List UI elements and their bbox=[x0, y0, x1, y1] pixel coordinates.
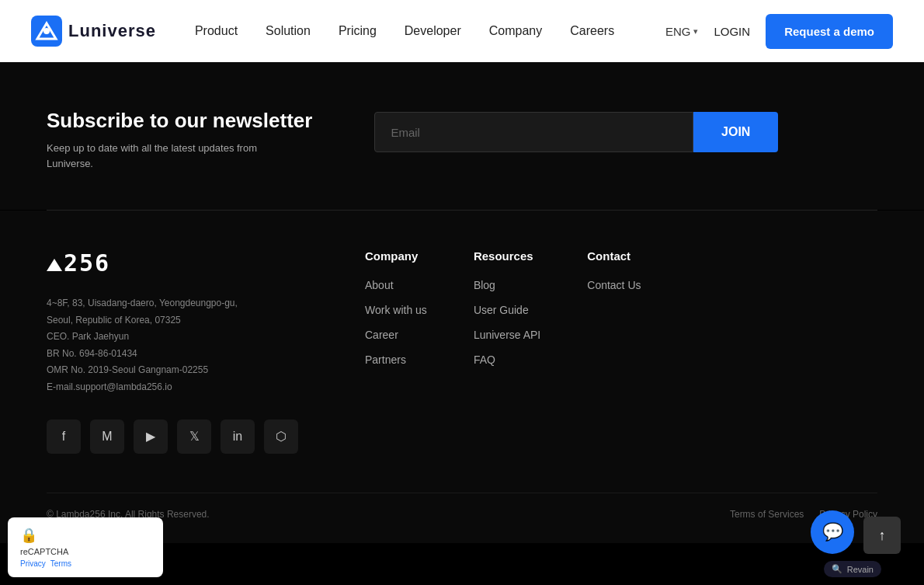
company-col-heading: Company bbox=[365, 249, 427, 263]
cookie-banner: 🔒 reCAPTCHA Privacy Terms bbox=[8, 517, 163, 577]
work-with-us-link[interactable]: Work with us bbox=[365, 304, 427, 316]
nav-developer[interactable]: Developer bbox=[405, 24, 461, 38]
list-item: Blog bbox=[474, 278, 540, 292]
a256-logo-text: 256 bbox=[47, 249, 318, 277]
list-item: Work with us bbox=[365, 303, 427, 317]
newsletter-text: Subscribe to our newsletter Keep up to d… bbox=[47, 109, 312, 171]
footer-address: 4~8F, 83, Uisadang-daero, Yeongdeungpo-g… bbox=[47, 295, 318, 396]
navbar: Luniverse Product Solution Pricing Devel… bbox=[0, 0, 924, 62]
list-item: FAQ bbox=[474, 353, 540, 367]
cookie-text: reCAPTCHA bbox=[20, 547, 151, 556]
address-line-2: Seoul, Republic of Korea, 07325 bbox=[47, 312, 318, 329]
join-button[interactable]: JOIN bbox=[693, 112, 778, 152]
chat-icon: 💬 bbox=[822, 522, 843, 542]
resources-col-list: Blog User Guide Luniverse API FAQ bbox=[474, 278, 540, 367]
address-line-5: OMR No. 2019-Seoul Gangnam-02255 bbox=[47, 362, 318, 379]
discord-icon[interactable]: ⬡ bbox=[264, 420, 298, 454]
social-icons: f M ▶ 𝕏 in ⬡ bbox=[47, 420, 318, 454]
newsletter-subtext: Keep up to date with all the latest upda… bbox=[47, 141, 280, 171]
email-input[interactable] bbox=[374, 112, 693, 152]
chevron-down-icon: ▾ bbox=[693, 26, 698, 37]
nav-company[interactable]: Company bbox=[489, 24, 542, 38]
chevron-up-icon: ↑ bbox=[879, 528, 886, 544]
privacy-policy-link[interactable]: Privacy bbox=[20, 559, 46, 568]
address-line-1: 4~8F, 83, Uisadang-daero, Yeongdeungpo-g… bbox=[47, 295, 318, 312]
contact-us-link[interactable]: Contact Us bbox=[587, 279, 641, 291]
chat-widget[interactable]: 💬 bbox=[811, 510, 854, 554]
medium-icon[interactable]: M bbox=[90, 420, 124, 454]
footer-columns: Company About Work with us Career Partne… bbox=[365, 249, 877, 454]
linkedin-icon[interactable]: in bbox=[221, 420, 255, 454]
nav-careers[interactable]: Careers bbox=[570, 24, 614, 38]
footer-col-company: Company About Work with us Career Partne… bbox=[365, 249, 427, 454]
blog-link[interactable]: Blog bbox=[474, 279, 495, 291]
youtube-icon[interactable]: ▶ bbox=[134, 420, 168, 454]
cookie-links: Privacy Terms bbox=[20, 559, 151, 568]
list-item: Luniverse API bbox=[474, 328, 540, 342]
back-to-top-button[interactable]: ↑ bbox=[863, 517, 901, 554]
revain-icon: 🔍 bbox=[832, 564, 842, 574]
about-link[interactable]: About bbox=[365, 279, 394, 291]
nav-pricing[interactable]: Pricing bbox=[339, 24, 377, 38]
logo[interactable]: Luniverse bbox=[31, 16, 156, 47]
newsletter-heading: Subscribe to our newsletter bbox=[47, 109, 312, 133]
list-item: Contact Us bbox=[587, 278, 641, 292]
revain-label: Revain bbox=[847, 565, 874, 574]
footer-col-contact: Contact Contact Us bbox=[587, 249, 641, 454]
nav-product[interactable]: Product bbox=[195, 24, 238, 38]
nav-solution[interactable]: Solution bbox=[266, 24, 311, 38]
newsletter-section: Subscribe to our newsletter Keep up to d… bbox=[0, 62, 924, 210]
list-item: User Guide bbox=[474, 303, 540, 317]
footer-top: 256 4~8F, 83, Uisadang-daero, Yeongdeung… bbox=[47, 249, 877, 454]
address-line-3: CEO. Park Jaehyun bbox=[47, 329, 318, 346]
footer-legal: Terms of Services Privacy Policy bbox=[730, 509, 877, 520]
list-item: About bbox=[365, 278, 427, 292]
faq-link[interactable]: FAQ bbox=[474, 353, 495, 366]
terms-of-service-link[interactable]: Terms bbox=[50, 559, 71, 568]
recaptcha-icon: 🔒 bbox=[20, 527, 151, 544]
address-line-4: BR No. 694-86-01434 bbox=[47, 346, 318, 363]
contact-col-heading: Contact bbox=[587, 249, 641, 263]
career-link[interactable]: Career bbox=[365, 329, 398, 341]
login-button[interactable]: LOGIN bbox=[714, 25, 750, 38]
logo-text: Luniverse bbox=[68, 21, 156, 41]
twitter-icon[interactable]: 𝕏 bbox=[177, 420, 211, 454]
footer: 256 4~8F, 83, Uisadang-daero, Yeongdeung… bbox=[0, 211, 924, 543]
nav-right: ENG ▾ LOGIN Request a demo bbox=[665, 14, 893, 49]
footer-logo: 256 bbox=[47, 249, 318, 277]
terms-link[interactable]: Terms of Services bbox=[730, 509, 804, 520]
luniverse-api-link[interactable]: Luniverse API bbox=[474, 329, 540, 341]
revain-badge: 🔍 Revain bbox=[824, 561, 881, 577]
svg-point-1 bbox=[43, 28, 50, 34]
address-line-6: E-mail.support@lambda256.io bbox=[47, 379, 318, 396]
partners-link[interactable]: Partners bbox=[365, 353, 406, 366]
language-selector[interactable]: ENG ▾ bbox=[665, 25, 699, 38]
footer-brand: 256 4~8F, 83, Uisadang-daero, Yeongdeung… bbox=[47, 249, 318, 454]
triangle-icon bbox=[47, 259, 62, 271]
contact-col-list: Contact Us bbox=[587, 278, 641, 292]
company-col-list: About Work with us Career Partners bbox=[365, 278, 427, 367]
footer-col-resources: Resources Blog User Guide Luniverse API … bbox=[474, 249, 540, 454]
lang-label: ENG bbox=[665, 25, 691, 38]
demo-button[interactable]: Request a demo bbox=[766, 14, 893, 49]
resources-col-heading: Resources bbox=[474, 249, 540, 263]
footer-bottom: © Lambda256 Inc, All Rights Reserved. Te… bbox=[47, 493, 877, 520]
nav-links: Product Solution Pricing Developer Compa… bbox=[195, 24, 665, 38]
list-item: Partners bbox=[365, 353, 427, 367]
facebook-icon[interactable]: f bbox=[47, 420, 81, 454]
user-guide-link[interactable]: User Guide bbox=[474, 304, 529, 316]
newsletter-form: JOIN bbox=[374, 112, 778, 152]
list-item: Career bbox=[365, 328, 427, 342]
